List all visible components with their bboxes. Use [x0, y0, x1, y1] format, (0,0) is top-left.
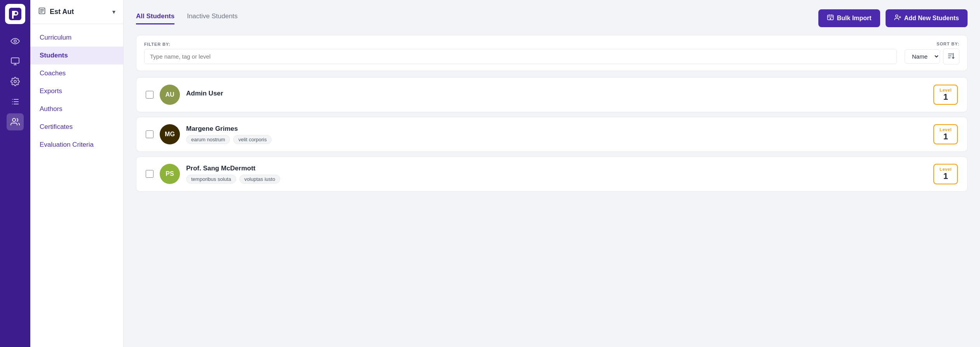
sidebar-item-authors[interactable]: Authors — [30, 100, 123, 118]
chevron-down-icon: ▾ — [112, 8, 115, 16]
tabs: All Students Inactive Students — [136, 12, 238, 24]
add-new-students-button[interactable]: Add New Students — [886, 9, 968, 27]
tag-voluptas-iusto: voluptas iusto — [239, 175, 281, 184]
level-badge-admin-user: Level 1 — [933, 85, 958, 105]
level-num-admin-user: 1 — [940, 92, 952, 102]
student-tags-margene-grimes: earum nostrum velit corporis — [186, 135, 927, 144]
student-list: AU Admin User Level 1 MG Margene Gri — [136, 77, 968, 192]
sort-az-icon — [947, 54, 955, 61]
add-user-icon — [894, 14, 901, 23]
student-card-margene-grimes: MG Margene Grimes earum nostrum velit co… — [136, 117, 968, 152]
filter-bar: FILTER BY: SORT BY: Name — [136, 35, 968, 71]
sidebar-item-evaluation-criteria[interactable]: Evaluation Criteria — [30, 136, 123, 154]
avatar-admin-user: AU — [160, 85, 180, 105]
student-checkbox-margene-grimes[interactable] — [146, 130, 153, 138]
tab-inactive-students[interactable]: Inactive Students — [187, 12, 237, 24]
svg-point-5 — [12, 118, 16, 121]
tag-temporibus-soluta: temporibus soluta — [186, 175, 236, 184]
svg-point-2 — [14, 40, 16, 42]
sidebar-header[interactable]: Est Aut ▾ — [30, 0, 123, 24]
sidebar-item-exports[interactable]: Exports — [30, 82, 123, 100]
level-badge-prof-sang: Level 1 — [933, 164, 958, 184]
icon-rail — [0, 0, 30, 347]
monitor-icon[interactable] — [7, 53, 24, 70]
svg-rect-3 — [11, 58, 19, 63]
sort-select[interactable]: Name — [905, 49, 940, 64]
student-info-prof-sang: Prof. Sang McDermott temporibus soluta v… — [186, 165, 927, 184]
eye-icon[interactable] — [7, 33, 24, 50]
student-card-admin-user: AU Admin User Level 1 — [136, 77, 968, 112]
avatar-prof-sang: PS — [160, 164, 180, 184]
student-checkbox-admin-user[interactable] — [146, 91, 153, 99]
student-info-admin-user: Admin User — [186, 90, 927, 100]
student-name-margene-grimes: Margene Grimes — [186, 125, 927, 133]
app-logo[interactable] — [5, 4, 25, 24]
sort-by-label: SORT BY: — [936, 42, 959, 46]
main-content-area: All Students Inactive Students Bulk Impo… — [124, 0, 980, 347]
student-tags-prof-sang: temporibus soluta voluptas iusto — [186, 175, 927, 184]
sidebar-item-curriculum[interactable]: Curriculum — [30, 29, 123, 47]
avatar-initials: MG — [165, 131, 175, 138]
student-checkbox-prof-sang[interactable] — [146, 170, 153, 178]
sidebar-title: Est Aut — [50, 8, 74, 16]
student-card-prof-sang: PS Prof. Sang McDermott temporibus solut… — [136, 156, 968, 191]
sidebar-nav: Curriculum Students Coaches Exports Auth… — [30, 24, 123, 158]
gear-icon[interactable] — [7, 73, 24, 90]
filter-by-label: FILTER BY: — [144, 42, 897, 47]
list-icon[interactable] — [7, 93, 24, 110]
sort-direction-button[interactable] — [943, 49, 959, 64]
level-num-prof-sang: 1 — [940, 172, 952, 181]
tab-all-students[interactable]: All Students — [136, 12, 174, 24]
avatar-initials: PS — [166, 170, 174, 177]
svg-point-8 — [895, 15, 898, 17]
filter-input[interactable] — [144, 49, 897, 64]
level-badge-margene-grimes: Level 1 — [933, 124, 958, 144]
filter-section: FILTER BY: — [144, 42, 897, 64]
bulk-import-icon — [827, 14, 834, 23]
document-list-icon — [38, 7, 46, 17]
level-num-margene-grimes: 1 — [940, 132, 952, 141]
tag-earum-nostrum: earum nostrum — [186, 135, 230, 144]
sidebar-item-coaches[interactable]: Coaches — [30, 64, 123, 82]
top-bar: All Students Inactive Students Bulk Impo… — [136, 9, 968, 27]
sidebar-item-certificates[interactable]: Certificates — [30, 118, 123, 136]
bulk-import-button[interactable]: Bulk Import — [818, 9, 880, 27]
sidebar-item-students[interactable]: Students — [30, 47, 123, 64]
add-new-students-label: Add New Students — [904, 15, 959, 22]
student-name-admin-user: Admin User — [186, 90, 927, 97]
avatar-initials: AU — [165, 91, 174, 98]
sidebar: Est Aut ▾ Curriculum Students Coaches Ex… — [30, 0, 124, 347]
sort-controls: Name — [905, 49, 959, 64]
svg-point-1 — [15, 12, 17, 14]
group-icon[interactable] — [7, 113, 24, 130]
avatar-margene-grimes: MG — [160, 124, 180, 144]
svg-point-4 — [14, 80, 16, 83]
sort-section: SORT BY: Name — [905, 42, 959, 64]
bulk-import-label: Bulk Import — [837, 15, 872, 22]
action-buttons: Bulk Import Add New Students — [818, 9, 968, 27]
tag-velit-corporis: velit corporis — [233, 135, 272, 144]
student-name-prof-sang: Prof. Sang McDermott — [186, 165, 927, 172]
student-info-margene-grimes: Margene Grimes earum nostrum velit corpo… — [186, 125, 927, 144]
